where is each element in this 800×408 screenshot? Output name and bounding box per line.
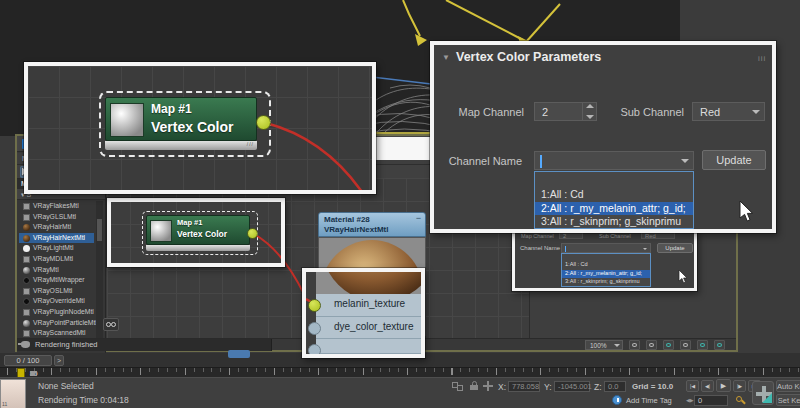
chevron-down-icon xyxy=(681,159,689,167)
selection-status: None Selected xyxy=(38,381,94,391)
partial-input-socket[interactable] xyxy=(308,344,321,357)
input-wire xyxy=(306,272,421,354)
chevron-down-icon xyxy=(614,344,620,350)
teal-corner-icon xyxy=(762,393,772,403)
dropdown-option[interactable]: 3:All : r_skinprim; g_skinprimu xyxy=(535,215,693,229)
dropdown-option[interactable]: 1:All : Cd xyxy=(535,188,693,202)
application-window: 3 S Mod Mat ▾ S VRayFlakesMtl VRayGLSLMt… xyxy=(0,0,800,408)
panel-grip-icon: iii xyxy=(758,54,766,63)
dropdown-option[interactable]: 3:All : r_skinprim; g_skinprimu xyxy=(562,278,650,287)
list-item[interactable]: VRayPluginNodeMtl xyxy=(19,307,94,318)
zoom-extents-icon[interactable] xyxy=(680,340,691,350)
text-caret xyxy=(565,246,566,252)
text-caret xyxy=(540,155,542,168)
x-label: X: xyxy=(498,382,506,392)
list-item[interactable]: VRayPointParticleMtl xyxy=(19,318,94,329)
material-swatch-icon xyxy=(23,320,30,327)
transform-type-in-icon[interactable] xyxy=(483,381,493,391)
auto-key-button[interactable]: Auto Key xyxy=(776,380,800,392)
material-node-header[interactable]: Material #28 VRayHairNextMtl − xyxy=(318,212,426,237)
y-label: Y: xyxy=(544,382,552,392)
callout-params-panel: ▼ Vertex Color Parameters iii Map Channe… xyxy=(430,41,776,233)
pan-tool-icon[interactable] xyxy=(629,340,640,350)
sub-channel-select[interactable]: Red xyxy=(692,102,765,121)
sub-channel-label: Sub Channel xyxy=(610,106,684,118)
zoom-extents-selected-icon[interactable] xyxy=(697,340,708,350)
add-time-tag[interactable]: Add Time Tag xyxy=(626,396,672,405)
light-arrows-icon xyxy=(403,0,560,42)
y-coordinate-field[interactable]: -1045.001 xyxy=(554,381,590,392)
material-swatch-icon xyxy=(23,235,30,242)
scrollbar-thumb[interactable] xyxy=(97,219,102,241)
dropdown-option-selected[interactable]: 2:All : r_my_melanin_attr; g_id; xyxy=(562,270,650,279)
dye-color-input-socket[interactable] xyxy=(308,322,321,335)
current-frame-field[interactable]: 0 xyxy=(694,395,728,406)
pan-navigation-button[interactable] xyxy=(752,381,774,405)
track-tag-chip[interactable] xyxy=(228,350,250,358)
teapot-icon xyxy=(21,341,30,348)
channel-name-combo-small[interactable] xyxy=(561,243,651,253)
zoom-region-icon[interactable] xyxy=(663,340,674,350)
material-swatch-icon xyxy=(23,224,30,231)
frame-nudge-icon[interactable]: ◀▶ xyxy=(686,397,694,403)
list-item[interactable]: VRayMtlWrapper xyxy=(19,275,94,286)
callout-vertex-node: Map #1 Vertex Color /// xyxy=(24,62,376,194)
chevron-down-icon xyxy=(643,248,647,252)
list-item[interactable]: VRayMDLMtl xyxy=(19,254,94,265)
list-item[interactable]: VRayGLSLMtl xyxy=(19,212,94,223)
dropdown-option-selected[interactable]: 2:All : r_my_melanin_attr; g_id; xyxy=(535,202,693,216)
go-to-start-button[interactable]: |◀ xyxy=(686,380,699,392)
x-coordinate-field[interactable]: 778.058 xyxy=(508,381,540,392)
spinner-arrows-icon[interactable] xyxy=(582,103,596,120)
list-item[interactable]: VRayHairMtl xyxy=(19,222,94,233)
collapse-icon[interactable]: − xyxy=(416,213,421,223)
play-button[interactable]: ▶ xyxy=(716,379,731,392)
key-mode-icon[interactable] xyxy=(736,396,745,405)
material-swatch-icon xyxy=(23,330,30,337)
render-status-text: Rendering finished xyxy=(35,340,98,349)
time-tag-clock-icon[interactable] xyxy=(612,395,622,405)
rollout-open-icon: ▼ xyxy=(442,53,450,62)
list-item[interactable]: VRayMtl xyxy=(19,265,94,276)
list-item[interactable]: VRayOverrideMtl xyxy=(19,296,94,307)
timeline-ruler[interactable]: 510152025303540455055606570758085 xyxy=(0,367,800,377)
dropdown-option[interactable]: 1:All : Cd xyxy=(562,261,650,270)
list-item[interactable]: VRayLightMtl xyxy=(19,243,94,254)
time-slider[interactable]: 0 / 100 xyxy=(4,355,52,366)
zoom-selected-icon[interactable] xyxy=(714,340,725,350)
z-coordinate-field[interactable]: 0.0 xyxy=(604,381,626,392)
output-wire xyxy=(28,66,372,190)
selection-link-icon[interactable] xyxy=(452,382,464,391)
list-item[interactable]: VRayFlakesMtl xyxy=(19,201,94,212)
channel-name-label: Channel Name xyxy=(438,155,522,167)
callout-node-slots: melanin_texture dye_color_texture xyxy=(302,268,425,358)
material-swatch-icon xyxy=(23,245,30,252)
update-button[interactable]: Update xyxy=(702,150,766,170)
material-swatch-icon xyxy=(23,277,30,284)
list-scrollbar[interactable] xyxy=(96,201,103,341)
node-output-socket[interactable] xyxy=(256,115,271,130)
next-frame-button[interactable]: > xyxy=(54,355,64,366)
zoom-tool-icon[interactable] xyxy=(646,340,657,350)
channel-name-combo[interactable] xyxy=(534,151,694,170)
callout-frame-node xyxy=(107,198,285,267)
view-zoom-select[interactable]: 100% xyxy=(585,340,623,350)
next-frame-button[interactable]: |▶ xyxy=(733,380,746,392)
render-thumbnail[interactable]: 11 xyxy=(0,379,26,408)
rollout-header[interactable]: ▼ Vertex Color Parameters iii xyxy=(442,50,764,66)
selection-lock-icon[interactable] xyxy=(470,381,478,390)
set-key-button[interactable]: Set Key xyxy=(776,394,800,406)
update-button-small[interactable]: Update xyxy=(657,243,693,253)
map-channel-spinner-small[interactable]: 2 xyxy=(559,232,583,239)
material-swatch-icon xyxy=(23,214,30,221)
previous-frame-button[interactable]: ◀| xyxy=(701,380,714,392)
sub-channel-label-small: Sub Channel xyxy=(599,233,631,239)
list-item[interactable]: VRayOSLMtl xyxy=(19,286,94,297)
sub-channel-select-small[interactable]: Red xyxy=(641,232,675,239)
list-item-selected[interactable]: VRayHairNextMtl xyxy=(19,233,94,244)
melanin-input-socket[interactable] xyxy=(308,299,321,312)
map-channel-spinner[interactable]: 2 xyxy=(534,102,597,121)
material-swatch-icon xyxy=(23,298,30,305)
material-node-subtitle: VRayHairNextMtl xyxy=(324,225,388,234)
render-time: Rendering Time 0:04:18 xyxy=(38,395,129,405)
